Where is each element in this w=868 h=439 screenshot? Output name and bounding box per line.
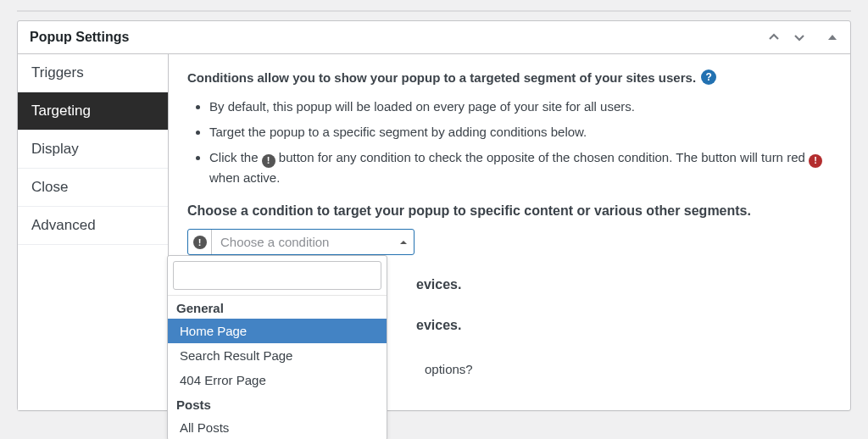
settings-tabs: Triggers Targeting Display Close Advance… [18,54,169,410]
condition-heading: Choose a condition to target your popup … [187,203,832,219]
panel-title: Popup Settings [30,30,129,45]
dropdown-option-home-page[interactable]: Home Page [168,319,387,343]
intro-line: Conditions allow you to show your popup … [187,69,832,85]
dropdown-group-label: Posts [168,392,387,415]
popup-settings-panel: Popup Settings Triggers Targeting Displa… [17,20,851,411]
condition-select[interactable]: ! Choose a condition [187,229,415,255]
chevron-up-icon [393,230,414,254]
panel-header-controls [767,31,838,44]
condition-dropdown: General Home Page Search Result Page 404… [167,255,387,428]
tab-advanced[interactable]: Advanced [18,207,168,245]
dropdown-option-all-posts[interactable]: All Posts [168,415,387,428]
panel-header: Popup Settings [18,21,850,54]
condition-placeholder: Choose a condition [212,230,393,254]
intro-bullets: By default, this popup will be loaded on… [187,97,832,188]
intro-text: Conditions allow you to show your popup … [187,70,696,85]
tab-targeting[interactable]: Targeting [18,92,168,131]
tab-triggers[interactable]: Triggers [18,54,168,92]
tab-display[interactable]: Display [18,131,168,169]
negate-icon: ! [262,154,275,168]
tab-close[interactable]: Close [18,169,168,207]
negate-icon: ! [193,236,207,249]
negate-active-icon: ! [809,154,822,168]
help-icon[interactable]: ? [701,69,716,85]
dropdown-search-input[interactable] [173,261,381,290]
bullet-item: Click the ! button for any condition to … [209,147,832,188]
panel-body: Triggers Targeting Display Close Advance… [18,54,850,410]
dropdown-group-label: General [168,296,387,319]
dropdown-search-wrap [168,256,387,296]
dropdown-option-404[interactable]: 404 Error Page [168,368,387,392]
collapse-icon[interactable] [826,31,838,43]
bullet-item: Target the popup to a specific segment b… [209,122,832,142]
dropdown-option-search-result[interactable]: Search Result Page [168,343,387,368]
move-up-icon[interactable] [767,31,781,44]
negate-button[interactable]: ! [188,230,212,254]
move-down-icon[interactable] [793,31,806,44]
bullet-item: By default, this popup will be loaded on… [209,97,832,117]
